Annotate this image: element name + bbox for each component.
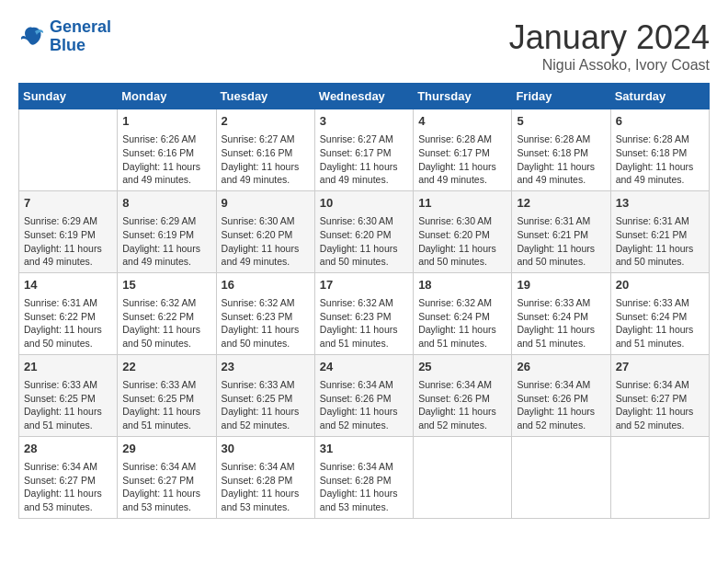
location: Nigui Assoko, Ivory Coast	[509, 57, 710, 74]
page-header: General Blue January 2024 Nigui Assoko, …	[18, 18, 710, 74]
day-info: Sunrise: 6:32 AM Sunset: 6:22 PM Dayligh…	[122, 296, 210, 350]
calendar-cell: 16Sunrise: 6:32 AM Sunset: 6:23 PM Dayli…	[216, 272, 314, 354]
day-number: 11	[418, 195, 506, 212]
calendar-cell: 20Sunrise: 6:33 AM Sunset: 6:24 PM Dayli…	[610, 272, 709, 354]
calendar-cell: 5Sunrise: 6:28 AM Sunset: 6:18 PM Daylig…	[512, 109, 610, 191]
week-row-2: 7Sunrise: 6:29 AM Sunset: 6:19 PM Daylig…	[19, 190, 710, 272]
calendar-cell: 25Sunrise: 6:34 AM Sunset: 6:26 PM Dayli…	[414, 354, 512, 436]
calendar-cell: 28Sunrise: 6:34 AM Sunset: 6:27 PM Dayli…	[19, 436, 118, 518]
day-number: 25	[418, 359, 506, 375]
day-number: 6	[616, 113, 704, 130]
day-info: Sunrise: 6:31 AM Sunset: 6:22 PM Dayligh…	[24, 296, 112, 350]
day-number: 20	[616, 277, 704, 293]
day-number: 21	[24, 359, 112, 375]
day-info: Sunrise: 6:26 AM Sunset: 6:16 PM Dayligh…	[122, 132, 210, 187]
day-info: Sunrise: 6:32 AM Sunset: 6:24 PM Dayligh…	[418, 296, 506, 350]
header-sunday: Sunday	[19, 84, 118, 109]
day-info: Sunrise: 6:34 AM Sunset: 6:28 PM Dayligh…	[222, 460, 310, 514]
header-friday: Friday	[512, 84, 610, 109]
calendar-cell: 14Sunrise: 6:31 AM Sunset: 6:22 PM Dayli…	[19, 272, 118, 354]
day-number: 18	[418, 277, 506, 293]
day-number: 1	[122, 113, 210, 130]
logo-line2: Blue	[50, 37, 111, 55]
day-info: Sunrise: 6:34 AM Sunset: 6:27 PM Dayligh…	[122, 460, 210, 514]
day-info: Sunrise: 6:34 AM Sunset: 6:26 PM Dayligh…	[320, 378, 408, 432]
calendar-cell	[512, 436, 610, 518]
day-number: 27	[616, 359, 704, 375]
calendar-cell: 21Sunrise: 6:33 AM Sunset: 6:25 PM Dayli…	[19, 354, 118, 436]
calendar-cell: 31Sunrise: 6:34 AM Sunset: 6:28 PM Dayli…	[314, 436, 413, 518]
calendar-cell: 22Sunrise: 6:33 AM Sunset: 6:25 PM Dayli…	[118, 354, 216, 436]
calendar-cell	[414, 436, 512, 518]
day-info: Sunrise: 6:32 AM Sunset: 6:23 PM Dayligh…	[222, 296, 310, 350]
day-info: Sunrise: 6:29 AM Sunset: 6:19 PM Dayligh…	[24, 214, 112, 269]
day-number: 10	[320, 195, 408, 212]
calendar-cell: 7Sunrise: 6:29 AM Sunset: 6:19 PM Daylig…	[19, 190, 118, 272]
day-number: 9	[222, 195, 310, 212]
day-number: 3	[320, 113, 408, 130]
day-info: Sunrise: 6:28 AM Sunset: 6:18 PM Dayligh…	[517, 132, 605, 187]
calendar-cell: 27Sunrise: 6:34 AM Sunset: 6:27 PM Dayli…	[610, 354, 709, 436]
day-info: Sunrise: 6:34 AM Sunset: 6:27 PM Dayligh…	[24, 460, 112, 514]
day-info: Sunrise: 6:28 AM Sunset: 6:18 PM Dayligh…	[616, 132, 704, 187]
calendar-cell: 4Sunrise: 6:28 AM Sunset: 6:17 PM Daylig…	[414, 109, 512, 191]
calendar-cell: 24Sunrise: 6:34 AM Sunset: 6:26 PM Dayli…	[314, 354, 413, 436]
day-info: Sunrise: 6:32 AM Sunset: 6:23 PM Dayligh…	[320, 296, 408, 350]
day-info: Sunrise: 6:30 AM Sunset: 6:20 PM Dayligh…	[320, 214, 408, 269]
day-info: Sunrise: 6:29 AM Sunset: 6:19 PM Dayligh…	[122, 214, 210, 269]
day-number: 30	[222, 441, 310, 457]
day-number: 31	[320, 441, 408, 457]
day-info: Sunrise: 6:33 AM Sunset: 6:25 PM Dayligh…	[122, 378, 210, 432]
calendar-cell	[19, 109, 118, 191]
logo: General Blue	[18, 18, 111, 55]
day-number: 22	[122, 359, 210, 375]
day-number: 16	[222, 277, 310, 293]
calendar-cell: 13Sunrise: 6:31 AM Sunset: 6:21 PM Dayli…	[610, 190, 709, 272]
header-tuesday: Tuesday	[216, 84, 314, 109]
header-saturday: Saturday	[610, 84, 709, 109]
calendar-cell: 23Sunrise: 6:33 AM Sunset: 6:25 PM Dayli…	[216, 354, 314, 436]
calendar-cell: 3Sunrise: 6:27 AM Sunset: 6:17 PM Daylig…	[314, 109, 413, 191]
header-row: SundayMondayTuesdayWednesdayThursdayFrid…	[19, 84, 710, 109]
day-info: Sunrise: 6:27 AM Sunset: 6:16 PM Dayligh…	[222, 132, 310, 187]
week-row-5: 28Sunrise: 6:34 AM Sunset: 6:27 PM Dayli…	[19, 436, 710, 518]
calendar-table: SundayMondayTuesdayWednesdayThursdayFrid…	[18, 83, 710, 519]
day-number: 24	[320, 359, 408, 375]
day-number: 17	[320, 277, 408, 293]
calendar-cell: 29Sunrise: 6:34 AM Sunset: 6:27 PM Dayli…	[118, 436, 216, 518]
day-info: Sunrise: 6:33 AM Sunset: 6:24 PM Dayligh…	[517, 296, 605, 350]
day-number: 12	[517, 195, 605, 212]
day-number: 2	[222, 113, 310, 130]
month-title: January 2024	[509, 18, 710, 57]
calendar-body: 1Sunrise: 6:26 AM Sunset: 6:16 PM Daylig…	[19, 109, 710, 519]
week-row-3: 14Sunrise: 6:31 AM Sunset: 6:22 PM Dayli…	[19, 272, 710, 354]
day-info: Sunrise: 6:31 AM Sunset: 6:21 PM Dayligh…	[517, 214, 605, 269]
day-number: 14	[24, 277, 112, 293]
calendar-cell: 10Sunrise: 6:30 AM Sunset: 6:20 PM Dayli…	[314, 190, 413, 272]
day-info: Sunrise: 6:28 AM Sunset: 6:17 PM Dayligh…	[418, 132, 506, 187]
day-info: Sunrise: 6:27 AM Sunset: 6:17 PM Dayligh…	[320, 132, 408, 187]
day-info: Sunrise: 6:30 AM Sunset: 6:20 PM Dayligh…	[418, 214, 506, 269]
day-number: 5	[517, 113, 605, 130]
calendar-cell: 1Sunrise: 6:26 AM Sunset: 6:16 PM Daylig…	[118, 109, 216, 191]
day-number: 23	[222, 359, 310, 375]
day-info: Sunrise: 6:34 AM Sunset: 6:26 PM Dayligh…	[517, 378, 605, 432]
day-info: Sunrise: 6:33 AM Sunset: 6:24 PM Dayligh…	[616, 296, 704, 350]
title-block: January 2024 Nigui Assoko, Ivory Coast	[509, 18, 710, 74]
calendar-cell: 18Sunrise: 6:32 AM Sunset: 6:24 PM Dayli…	[414, 272, 512, 354]
calendar-cell: 19Sunrise: 6:33 AM Sunset: 6:24 PM Dayli…	[512, 272, 610, 354]
header-wednesday: Wednesday	[314, 84, 413, 109]
day-info: Sunrise: 6:33 AM Sunset: 6:25 PM Dayligh…	[222, 378, 310, 432]
calendar-cell: 6Sunrise: 6:28 AM Sunset: 6:18 PM Daylig…	[610, 109, 709, 191]
header-thursday: Thursday	[414, 84, 512, 109]
day-info: Sunrise: 6:34 AM Sunset: 6:26 PM Dayligh…	[418, 378, 506, 432]
day-info: Sunrise: 6:30 AM Sunset: 6:20 PM Dayligh…	[222, 214, 310, 269]
calendar-cell: 8Sunrise: 6:29 AM Sunset: 6:19 PM Daylig…	[118, 190, 216, 272]
calendar-cell	[610, 436, 709, 518]
day-number: 26	[517, 359, 605, 375]
day-info: Sunrise: 6:34 AM Sunset: 6:28 PM Dayligh…	[320, 460, 408, 514]
day-number: 19	[517, 277, 605, 293]
day-number: 4	[418, 113, 506, 130]
day-number: 13	[616, 195, 704, 212]
calendar-cell: 15Sunrise: 6:32 AM Sunset: 6:22 PM Dayli…	[118, 272, 216, 354]
